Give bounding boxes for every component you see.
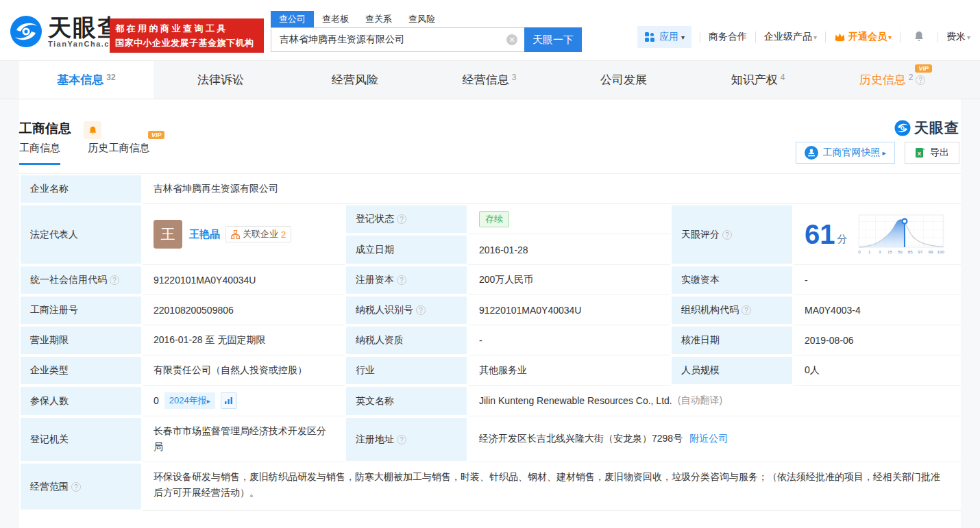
org-code-value: MA0Y4003-4: [794, 295, 961, 325]
field-label: 经营范围?: [19, 462, 143, 511]
field-label: 纳税人识别号?: [345, 295, 468, 325]
legal-rep-avatar[interactable]: 王: [154, 220, 182, 249]
tab-company-development[interactable]: 公司发展: [556, 61, 691, 99]
paid-capital-value: -: [794, 265, 961, 295]
business-term-value: 2016-01-28 至 无固定期限: [143, 325, 345, 355]
search-tab-company[interactable]: 查公司: [271, 11, 314, 27]
score-marker: [902, 219, 907, 224]
approval-date-value: 2019-08-06: [794, 325, 961, 355]
tab-legal[interactable]: 法律诉讼: [154, 61, 288, 99]
field-label: 企业类型: [19, 355, 143, 386]
tab-count: 3: [512, 73, 517, 82]
legal-rep-cell: 王 王艳晶 关联企业 2: [143, 204, 345, 265]
score-unit: 分: [837, 233, 848, 246]
nav-cooperation[interactable]: 商务合作: [709, 31, 747, 43]
export-button[interactable]: X 导出: [905, 142, 959, 164]
tab-history-info[interactable]: VIP 历史信息 2 ?: [825, 61, 959, 99]
slogan-banner: 都在用的商业查询工具 国家中小企业发展子基金旗下机构: [110, 18, 264, 53]
field-label: 法定代表人: [19, 204, 143, 265]
notification-bell-icon[interactable]: [913, 30, 925, 45]
legal-rep-name-link[interactable]: 王艳晶: [189, 228, 220, 241]
subtab-history-business-info[interactable]: 历史工商信息 VIP: [88, 142, 149, 163]
clear-icon[interactable]: ✕: [506, 34, 517, 45]
field-label: 组织机构代码?: [670, 295, 794, 325]
help-icon[interactable]: ?: [397, 435, 406, 444]
tab-basic-info[interactable]: 基本信息 32: [19, 61, 154, 99]
official-snapshot-button[interactable]: 工商官网快照 ▸: [796, 142, 895, 164]
excel-icon: X: [915, 147, 926, 158]
reg-address-value: 经济开发区长吉北线兴隆大街（安龙泉）7298号: [479, 433, 683, 445]
search-input[interactable]: [271, 27, 524, 52]
nav-enterprise-products[interactable]: 企业级产品▾: [764, 31, 817, 43]
tianyancha-logo[interactable]: 天眼查 TianYanCha.com: [10, 15, 123, 48]
tab-operation-risk[interactable]: 经营风险: [288, 61, 422, 99]
apps-label: 应用: [659, 31, 678, 43]
english-name-value: Jilin Kunteng Renewable Resources Co., L…: [479, 395, 672, 406]
search-tab-boss[interactable]: 查老板: [314, 11, 357, 27]
slogan-line2: 国家中小企业发展子基金旗下机构: [115, 37, 258, 49]
bar-chart-icon: [224, 397, 234, 405]
divider: [755, 32, 756, 42]
help-icon[interactable]: ?: [397, 275, 406, 285]
search-button[interactable]: 天眼一下: [524, 27, 582, 52]
tab-count: 4: [781, 73, 785, 82]
tab-operation-info[interactable]: 经营信息 3: [422, 61, 556, 99]
help-icon[interactable]: ?: [916, 75, 925, 85]
tab-intellectual-property[interactable]: 知识产权 4: [691, 61, 825, 99]
help-icon[interactable]: ?: [742, 305, 751, 315]
help-icon[interactable]: ?: [71, 482, 81, 492]
svg-text:X: X: [918, 151, 922, 157]
business-scope-cell: 环保设备研发与销售，废旧纺织品研发与销售，防寒大棚被加工与销售，时装、针织品、钢…: [143, 462, 961, 511]
field-label: 参保人数: [19, 386, 143, 416]
open-membership[interactable]: 开通会员 ▾: [834, 31, 892, 43]
tab-count: 2: [909, 73, 914, 82]
crown-icon: [834, 32, 846, 42]
search-tab-risk[interactable]: 查风险: [400, 11, 443, 27]
caret-down-icon: ▾: [888, 34, 892, 41]
field-label: 成立日期: [345, 234, 468, 265]
divider: [938, 32, 938, 42]
monitor-bell-icon[interactable]: [84, 121, 101, 139]
slogan-line1: 都在用的商业查询工具: [115, 23, 258, 35]
annual-report-badge[interactable]: 2024年报▸: [164, 392, 215, 409]
stamp-icon: [805, 146, 818, 160]
score-value: 61: [805, 221, 835, 248]
svg-text:3: 3: [878, 249, 881, 254]
help-icon[interactable]: ?: [397, 214, 406, 224]
help-icon[interactable]: ?: [416, 305, 426, 315]
tianyancha-logo-icon: [10, 15, 42, 48]
field-label: 登记状态?: [345, 204, 468, 234]
svg-text:100: 100: [937, 249, 944, 254]
watermark-logo: 天眼查: [894, 118, 959, 138]
reg-capital-value: 200万人民币: [468, 265, 670, 295]
tianyancha-watermark-icon: [894, 120, 911, 136]
tab-count: 32: [106, 73, 115, 82]
field-label: 登记机关: [19, 416, 143, 462]
field-label: 工商注册号: [19, 295, 143, 325]
main-content: 工商信息 天眼查 工商信息 历史工商信息 VIP: [19, 99, 961, 528]
credit-code-value: 91220101MA0Y40034U: [143, 265, 345, 295]
nearby-companies-link[interactable]: 附近公司: [689, 433, 728, 445]
field-label: 注册地址?: [345, 416, 468, 462]
field-label: 纳税人资质: [345, 325, 468, 355]
auto-translate-note: (自动翻译): [678, 394, 722, 407]
help-icon[interactable]: ?: [110, 275, 119, 285]
apps-menu[interactable]: 应用 ▾: [637, 26, 691, 48]
help-icon[interactable]: ?: [722, 230, 732, 240]
business-scope-value: 环保设备研发与销售，废旧纺织品研发与销售，防寒大棚被加工与销售，时装、针织品、钢…: [154, 462, 961, 507]
search-tab-relation[interactable]: 查关系: [357, 11, 400, 27]
field-label: 营业期限: [19, 325, 143, 355]
field-label: 企业名称: [19, 174, 143, 204]
divider: [825, 32, 826, 42]
reg-number-value: 220108200509806: [143, 295, 345, 325]
related-companies-badge[interactable]: 关联企业 2: [225, 226, 291, 242]
svg-text:50: 50: [897, 249, 902, 254]
username: 费米: [946, 31, 966, 42]
trend-chart-button[interactable]: [221, 392, 237, 409]
caret-down-icon: ▾: [681, 34, 685, 41]
header: 天眼查 TianYanCha.com 都在用的商业查询工具 国家中小企业发展子基…: [0, 0, 980, 60]
user-menu[interactable]: 费米▾: [946, 31, 970, 43]
divider: [700, 32, 700, 42]
subtab-business-info[interactable]: 工商信息: [19, 142, 60, 165]
reg-authority-cell: 长春市市场监督管理局经济技术开发区分局: [143, 416, 345, 462]
